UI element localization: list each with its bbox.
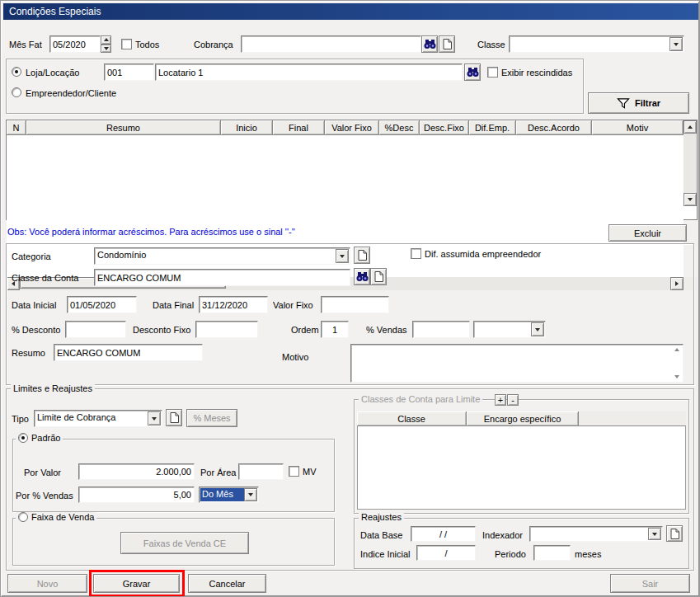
col-perc-desc[interactable]: %Desc (379, 120, 420, 135)
col-encargo-especifico[interactable]: Encargo específico (467, 411, 579, 426)
classe-conta-input[interactable] (94, 269, 350, 286)
categoria-combo[interactable]: Condomínio (94, 247, 350, 265)
faixas-venda-ce-button[interactable]: Faixas de Venda CE (120, 532, 249, 554)
por-perc-vendas-input[interactable] (78, 487, 195, 503)
scroll-up-icon[interactable] (673, 346, 681, 353)
excluir-label: Excluir (634, 228, 661, 238)
periodo-combo[interactable]: Do Mês (199, 487, 259, 503)
filtrar-button[interactable]: Filtrar (588, 92, 689, 114)
col-dif-emp[interactable]: Dif.Emp. (469, 120, 516, 135)
padrao-label: Padrão (31, 433, 60, 443)
document-icon (670, 529, 679, 539)
scroll-down-icon[interactable] (673, 374, 681, 380)
data-inicial-input[interactable] (67, 296, 137, 313)
por-valor-input[interactable] (78, 463, 195, 480)
spin-up-icon[interactable] (101, 35, 111, 45)
col-desc-acordo[interactable]: Desc.Acordo (516, 120, 592, 135)
padrao-radio[interactable] (18, 433, 28, 443)
col-valor-fixo[interactable]: Valor Fixo (325, 120, 379, 135)
col-n[interactable]: N (7, 120, 26, 135)
tipo-combo[interactable]: Limite de Cobrança (34, 410, 162, 427)
grid-vertical-scrollbar[interactable] (684, 120, 697, 206)
grid-body[interactable] (7, 206, 684, 277)
scroll-down-icon[interactable] (684, 193, 697, 206)
cobranca-new-button[interactable] (439, 35, 455, 53)
indexador-combo[interactable] (529, 526, 663, 542)
reajustes-title: Reajustes (359, 512, 404, 522)
col-final[interactable]: Final (273, 120, 325, 135)
chevron-down-icon[interactable] (148, 411, 161, 425)
col-motivo[interactable]: Motiv (592, 120, 684, 135)
filter-funnel-icon (617, 97, 630, 110)
indexador-combo-value (531, 528, 648, 540)
desconto-fixo-input[interactable] (195, 321, 258, 338)
vscroll-track[interactable] (684, 134, 697, 193)
classe-combo[interactable] (509, 35, 684, 53)
novo-button[interactable]: Novo (7, 574, 87, 593)
motivo-value (351, 346, 355, 355)
classe-conta-search-button[interactable] (354, 268, 370, 285)
filtrar-label: Filtrar (635, 98, 660, 108)
empreendedor-radio[interactable] (12, 87, 21, 97)
classes-header-filler (579, 411, 686, 426)
classe-conta-new-button[interactable] (370, 268, 387, 285)
faixa-venda-radio[interactable] (18, 512, 28, 522)
ordem-input[interactable] (321, 321, 349, 338)
loja-search-button[interactable] (464, 63, 481, 81)
todos-checkbox[interactable] (121, 39, 132, 49)
document-icon (443, 39, 452, 49)
resumo-input[interactable] (54, 344, 203, 361)
mes-fat-input[interactable] (49, 35, 101, 53)
exibir-rescindidas-label: Exibir rescindidas (501, 68, 572, 78)
gravar-button[interactable]: Gravar (93, 574, 180, 593)
binoculars-icon (467, 67, 479, 78)
col-inicio[interactable]: Inicio (221, 120, 273, 135)
por-area-input[interactable] (238, 463, 284, 480)
chevron-down-icon[interactable] (244, 488, 257, 501)
motivo-textarea[interactable] (350, 344, 684, 383)
categoria-combo-value: Condomínio (96, 249, 336, 263)
chevron-down-icon[interactable] (648, 528, 661, 540)
perc-vendas-input[interactable] (412, 321, 470, 338)
limites-reajustes-title: Limites e Reajustes (11, 383, 95, 393)
cobranca-input[interactable] (241, 35, 421, 53)
perc-desconto-input[interactable] (65, 321, 126, 338)
dif-assumida-label: Dif. assumida empreendedor (425, 249, 541, 259)
scroll-up-icon[interactable] (684, 120, 697, 134)
indice-inicial-label: Indice Inicial (360, 549, 411, 559)
titlebar[interactable]: Condições Especiais (3, 3, 698, 20)
classes-add-button[interactable]: + (495, 394, 506, 406)
periodo-input[interactable] (533, 545, 571, 561)
data-final-input[interactable] (199, 296, 268, 313)
cobranca-search-button[interactable] (421, 35, 438, 53)
indice-inicial-input[interactable] (416, 545, 476, 561)
loja-name-input[interactable] (155, 63, 463, 81)
chevron-down-icon[interactable] (531, 322, 544, 336)
col-desc-fixo[interactable]: Desc.Fixo (420, 120, 469, 135)
dif-assumida-checkbox[interactable] (411, 248, 421, 259)
perc-meses-button[interactable]: % Meses (186, 409, 237, 427)
loja-locacao-radio[interactable] (12, 67, 21, 77)
classes-remove-button[interactable]: - (507, 394, 519, 406)
perc-vendas-period-combo[interactable] (473, 321, 546, 338)
mes-fat-spinner[interactable] (101, 35, 111, 53)
chevron-down-icon[interactable] (669, 37, 683, 51)
categoria-new-button[interactable] (354, 247, 370, 264)
cancelar-button[interactable]: Cancelar (188, 574, 266, 593)
exibir-rescindidas-checkbox[interactable] (487, 67, 498, 78)
spin-down-icon[interactable] (101, 45, 111, 54)
col-resumo[interactable]: Resumo (26, 120, 221, 135)
col-classe[interactable]: Classe (357, 411, 467, 426)
valor-fixo-input[interactable] (321, 296, 389, 313)
tipo-new-button[interactable] (166, 409, 182, 426)
classes-table-body[interactable] (357, 426, 686, 510)
sair-button[interactable]: Sair (610, 574, 690, 593)
data-base-input[interactable] (411, 526, 476, 542)
condicoes-especiais-window: Condições Especiais Mês Fat Todos Cobran… (0, 0, 700, 597)
loja-code-input[interactable] (104, 63, 154, 81)
scroll-right-icon[interactable] (670, 277, 684, 290)
chevron-down-icon[interactable] (336, 249, 349, 263)
excluir-button[interactable]: Excluir (608, 224, 687, 242)
indexador-new-button[interactable] (666, 525, 683, 542)
mv-checkbox[interactable] (289, 466, 299, 477)
